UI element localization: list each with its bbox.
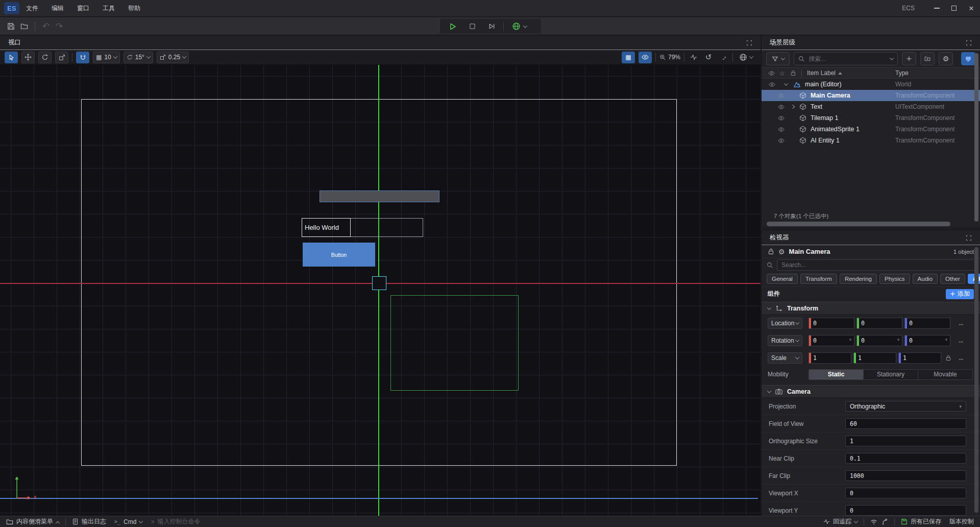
select-tool-button[interactable] [5,52,18,63]
tab-physics[interactable]: Physics [879,274,910,284]
hierarchy-row-text[interactable]: Text UITextComponent [762,101,980,112]
open-folder-button[interactable] [17,19,31,33]
viewport-world-dropdown[interactable] [737,52,755,63]
rotation-dropdown[interactable]: Rotation [768,335,802,346]
move-tool-button[interactable] [21,52,35,63]
selected-camera-gizmo[interactable] [372,276,386,290]
gear-icon[interactable]: ⚙ [778,248,785,256]
chevron-right-icon[interactable] [791,105,795,109]
save-button[interactable] [4,19,17,33]
snap-toggle-button[interactable] [76,52,89,63]
expand-panel-icon[interactable] [746,40,752,46]
scale-y-field[interactable]: 1 [853,352,896,364]
add-entity-button[interactable] [902,52,916,65]
camera-section-header[interactable]: Camera [762,385,980,398]
scale-z-field[interactable]: 1 [898,352,941,364]
chevron-down-icon[interactable] [784,81,788,85]
transform-section-header[interactable]: Transform [762,302,980,315]
hierarchy-row-main-camera[interactable]: Main Camera TransformComponent [762,90,980,101]
eye-icon[interactable] [778,115,785,122]
lock-column-icon[interactable] [790,70,796,76]
scene-canvas[interactable]: Hello World Button x [0,65,761,516]
location-dropdown[interactable]: Location [768,318,802,329]
viewport-x-input[interactable]: 0 [845,488,966,498]
angle-snap-dropdown[interactable]: 15° [124,52,153,63]
field-of-view-input[interactable]: 60 [845,418,966,429]
maximize-button[interactable] [945,0,963,17]
filter-dropdown[interactable] [766,52,790,65]
row-label[interactable]: AnimatedSprite 1 [811,126,860,133]
eye-icon[interactable] [778,137,785,144]
row-label[interactable]: Text [811,103,822,110]
console-command-input[interactable]: > 输入控制台命令 [146,516,204,527]
expand-panel-icon[interactable] [966,235,972,241]
add-folder-button[interactable] [920,52,935,65]
near-clip-input[interactable]: 0.1 [845,453,966,464]
minimize-button[interactable] [928,0,945,17]
rotate-tool-button[interactable] [38,52,52,63]
link-axes-icon[interactable]: ↔ [958,320,964,327]
app-logo[interactable]: ES [4,2,19,14]
row-label[interactable]: Main Camera [811,92,850,99]
rotation-x-field[interactable]: 0° [808,335,854,346]
tab-audio[interactable]: Audio [913,274,938,284]
hierarchy-search-input[interactable]: 搜索... [794,52,898,65]
close-button[interactable]: ✕ [963,0,980,17]
cmd-dropdown[interactable]: >_ Cmd [110,516,146,527]
scale-x-field[interactable]: 1 [808,352,851,364]
zoom-control[interactable]: 79% [659,54,680,61]
eye-icon[interactable] [778,92,785,99]
inspector-search-input[interactable]: Search... [777,259,975,271]
source-control-icon[interactable] [881,516,892,527]
hierarchy-row-ai-entity[interactable]: AI Entity 1 TransformComponent [762,135,980,146]
network-status-icon[interactable] [866,516,881,527]
link-axes-icon[interactable]: ↔ [958,354,964,362]
visibility-column-icon[interactable] [768,70,775,77]
display-mode-button[interactable] [961,52,975,65]
menu-help[interactable]: 帮助 [121,0,147,17]
far-clip-input[interactable]: 1000 [845,470,966,481]
hierarchy-row-world[interactable]: main (Editor) World [762,79,980,90]
add-component-button[interactable]: 添加 [946,289,974,299]
row-label[interactable]: AI Entity 1 [811,137,840,144]
menu-file[interactable]: 文件 [19,0,45,17]
grid-toggle-button[interactable]: ▦ [622,52,635,63]
content-drawer-button[interactable]: 内容侧滑菜单 [2,516,63,527]
tab-transform[interactable]: Transform [800,274,837,284]
button-object[interactable]: Button [303,243,375,267]
location-y-field[interactable]: 0 [856,318,902,329]
mobility-movable[interactable]: Movable [918,370,972,379]
scale-tool-button[interactable] [55,52,68,63]
output-log-button[interactable]: 输出日志 [68,516,110,527]
reset-view-button[interactable]: ↺ [703,52,714,63]
eye-icon[interactable] [778,126,785,133]
lock-scale-icon[interactable] [945,355,951,361]
play-button[interactable] [445,20,460,33]
mobility-static[interactable]: Static [809,370,864,379]
link-axes-icon[interactable]: ↔ [958,337,964,345]
tilemap-object[interactable] [320,190,439,202]
favorite-column-icon[interactable]: ☆ [779,70,785,77]
scale-dropdown[interactable]: Scale [768,352,802,364]
mobility-stationary[interactable]: Stationary [864,370,918,379]
vertical-scrollbar[interactable] [974,247,978,513]
tab-other[interactable]: Other [940,274,965,284]
step-frame-button[interactable] [484,20,499,33]
entity-bounds-rect[interactable] [390,295,519,391]
hierarchy-row-tilemap[interactable]: Tilemap 1 TransformComponent [762,112,980,124]
menu-tools[interactable]: 工具 [96,0,121,17]
menu-edit[interactable]: 编辑 [45,0,70,17]
scale-snap-dropdown[interactable]: 0.25 [157,52,189,63]
row-label[interactable]: Tilemap 1 [811,114,838,122]
undo-button[interactable]: ↶ [39,19,53,33]
rotation-z-field[interactable]: 0° [904,335,950,346]
redo-button[interactable]: ↷ [53,19,66,33]
tab-rendering[interactable]: Rendering [840,274,877,284]
tab-general[interactable]: General [767,274,798,284]
rotation-y-field[interactable]: 0° [856,335,902,346]
run-target-dropdown[interactable] [508,20,530,33]
location-z-field[interactable]: 0 [904,318,950,329]
orthographic-size-input[interactable]: 1 [845,436,966,446]
hierarchy-row-animatedsprite[interactable]: AnimatedSprite 1 TransformComponent [762,124,980,135]
vertical-scrollbar[interactable] [974,53,978,222]
